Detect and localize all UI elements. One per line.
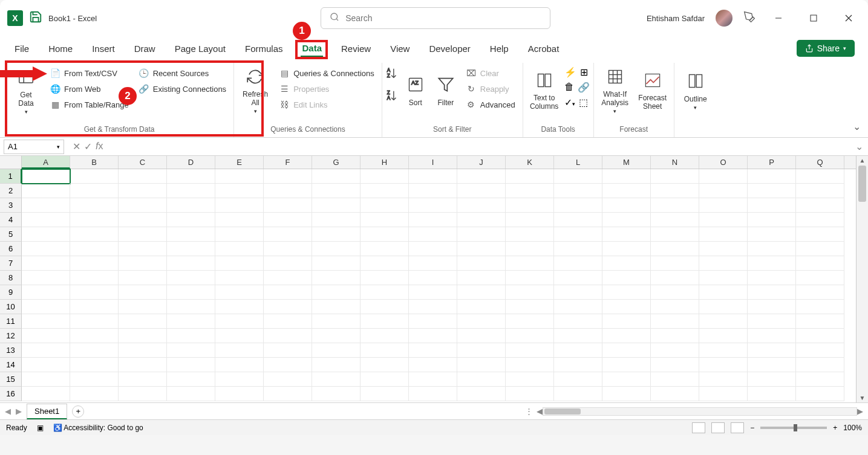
cell[interactable]	[361, 213, 409, 227]
cell[interactable]	[796, 387, 844, 401]
cell[interactable]	[796, 198, 844, 213]
cell[interactable]	[506, 271, 554, 285]
cell[interactable]	[554, 372, 602, 387]
cell[interactable]	[22, 387, 70, 401]
share-button[interactable]: Share ▾	[797, 40, 855, 57]
cell[interactable]	[651, 387, 699, 401]
cell[interactable]	[70, 372, 119, 387]
save-icon[interactable]	[29, 10, 42, 26]
get-data-button[interactable]: Get Data ▾	[8, 66, 44, 116]
cell[interactable]	[264, 227, 312, 242]
cell[interactable]	[361, 169, 409, 184]
page-break-view-button[interactable]	[731, 422, 744, 433]
cell[interactable]	[70, 213, 119, 227]
cell[interactable]	[70, 242, 119, 256]
cell[interactable]	[215, 285, 264, 300]
cell[interactable]	[167, 198, 215, 213]
cell[interactable]	[554, 285, 602, 300]
cell[interactable]	[457, 314, 506, 329]
column-header[interactable]: G	[312, 156, 361, 169]
cell[interactable]	[215, 242, 264, 256]
refresh-all-button[interactable]: Refresh All ▾	[238, 66, 273, 116]
row-header[interactable]: 13	[0, 343, 22, 358]
row-header[interactable]: 7	[0, 256, 22, 271]
vertical-scrollbar[interactable]: ▲ ▼	[856, 156, 868, 402]
tab-acrobat[interactable]: Acrobat	[527, 41, 561, 56]
cell[interactable]	[361, 387, 409, 401]
cell[interactable]	[167, 314, 215, 329]
cell[interactable]	[70, 184, 119, 198]
cell[interactable]	[22, 329, 70, 343]
properties-button[interactable]: ☰Properties	[275, 82, 378, 95]
cell[interactable]	[312, 387, 361, 401]
search-box[interactable]	[321, 7, 550, 29]
cell[interactable]	[506, 256, 554, 271]
sort-desc-icon[interactable]: ZA	[386, 89, 399, 105]
cell[interactable]	[796, 343, 844, 358]
cell[interactable]	[119, 285, 167, 300]
cell[interactable]	[554, 387, 602, 401]
cell[interactable]	[748, 169, 796, 184]
cell[interactable]	[602, 213, 651, 227]
cell[interactable]	[409, 358, 457, 372]
cell[interactable]	[361, 285, 409, 300]
cell[interactable]	[167, 271, 215, 285]
zoom-slider[interactable]	[760, 427, 827, 429]
cell[interactable]	[312, 242, 361, 256]
row-header[interactable]: 12	[0, 329, 22, 343]
cell[interactable]	[361, 271, 409, 285]
tab-data[interactable]: Data	[301, 40, 323, 57]
ribbon-collapse-icon[interactable]: ⌄	[853, 121, 861, 132]
cell[interactable]	[22, 358, 70, 372]
cell[interactable]	[748, 213, 796, 227]
cell[interactable]	[215, 169, 264, 184]
scrollbar-thumb[interactable]	[544, 408, 581, 415]
tab-developer[interactable]: Developer	[428, 41, 471, 56]
cell[interactable]	[361, 372, 409, 387]
cell[interactable]	[22, 227, 70, 242]
cell[interactable]	[409, 198, 457, 213]
cell[interactable]	[361, 256, 409, 271]
scrollbar-thumb[interactable]	[858, 166, 866, 202]
cell[interactable]	[167, 184, 215, 198]
what-if-analysis-button[interactable]: What-If Analysis ▾	[598, 66, 633, 116]
pen-icon[interactable]	[743, 11, 755, 25]
cell[interactable]	[167, 256, 215, 271]
cell[interactable]	[22, 285, 70, 300]
cell[interactable]	[748, 184, 796, 198]
cell[interactable]	[409, 300, 457, 314]
cell[interactable]	[119, 184, 167, 198]
cell[interactable]	[699, 329, 748, 343]
cell[interactable]	[264, 271, 312, 285]
sort-button[interactable]: AZ Sort	[402, 66, 429, 116]
enter-formula-icon[interactable]: ✓	[84, 141, 92, 152]
cell[interactable]	[602, 227, 651, 242]
horizontal-scrollbar[interactable]: ⋮ ◀ ▶	[89, 407, 863, 416]
cell[interactable]	[167, 227, 215, 242]
cell[interactable]	[70, 285, 119, 300]
cell[interactable]	[699, 387, 748, 401]
cell[interactable]	[409, 213, 457, 227]
cell[interactable]	[554, 329, 602, 343]
cell[interactable]	[361, 184, 409, 198]
sort-asc-icon[interactable]: AZ	[386, 66, 399, 83]
cell[interactable]	[119, 300, 167, 314]
from-table-range-button[interactable]: ▦From Table/Range	[46, 98, 132, 111]
cell[interactable]	[699, 198, 748, 213]
cell[interactable]	[796, 256, 844, 271]
cell[interactable]	[167, 343, 215, 358]
cell[interactable]	[457, 300, 506, 314]
cell[interactable]	[651, 285, 699, 300]
existing-connections-button[interactable]: 🔗Existing Connections	[135, 82, 230, 95]
cell[interactable]	[506, 285, 554, 300]
cell[interactable]	[796, 169, 844, 184]
cell[interactable]	[167, 372, 215, 387]
row-header[interactable]: 3	[0, 198, 22, 213]
cell[interactable]	[506, 169, 554, 184]
page-layout-view-button[interactable]	[711, 422, 725, 433]
zoom-in-button[interactable]: +	[833, 424, 837, 432]
cell[interactable]	[22, 242, 70, 256]
cell[interactable]	[602, 169, 651, 184]
maximize-button[interactable]	[801, 9, 826, 27]
cell[interactable]	[748, 285, 796, 300]
